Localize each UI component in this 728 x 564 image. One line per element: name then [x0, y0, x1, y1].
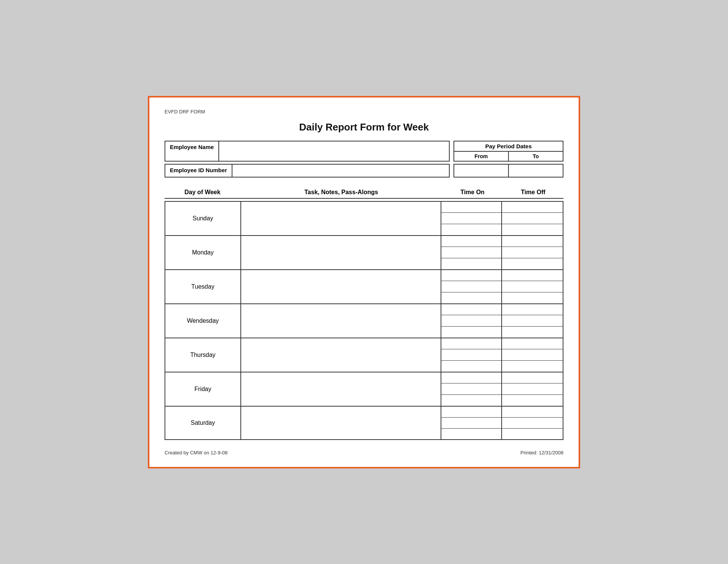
time-on-line[interactable]	[441, 213, 501, 224]
form-title: Daily Report Form for Week	[165, 121, 563, 133]
task-cell-friday[interactable]	[241, 372, 441, 406]
employee-id-label: Employee ID Number	[165, 164, 232, 178]
time-off-line[interactable]	[502, 395, 563, 406]
task-cell-tuesday[interactable]	[241, 270, 441, 303]
header-row-1: Employee Name Pay Period Dates From To	[165, 141, 563, 162]
pay-period-from-label: From	[454, 152, 509, 161]
time-on-line[interactable]	[441, 372, 501, 384]
task-cell-monday[interactable]	[241, 236, 441, 269]
time-off-line[interactable]	[502, 202, 563, 213]
time-off-line[interactable]	[502, 247, 563, 258]
time-on-line[interactable]	[441, 418, 501, 429]
day-rows-container: SundayMondayTuesdayWendesdayThursdayFrid…	[165, 201, 563, 440]
time-off-line[interactable]	[502, 418, 563, 429]
time-off-line[interactable]	[502, 372, 563, 384]
day-name-wendesday: Wendesday	[165, 304, 241, 338]
task-cell-sunday[interactable]	[241, 202, 441, 235]
page-wrapper: EVFD DRF FORM Daily Report Form for Week…	[148, 96, 580, 468]
pay-period-from-input[interactable]	[453, 164, 509, 178]
day-name-sunday: Sunday	[165, 202, 241, 235]
time-on-line[interactable]	[441, 315, 501, 327]
time-off-line[interactable]	[502, 213, 563, 224]
time-off-line[interactable]	[502, 292, 563, 303]
time-off-col-saturday	[502, 407, 563, 439]
task-cell-saturday[interactable]	[241, 407, 441, 439]
time-on-line[interactable]	[441, 270, 501, 281]
time-off-line[interactable]	[502, 327, 563, 338]
time-on-line[interactable]	[441, 247, 501, 258]
time-off-line[interactable]	[502, 236, 563, 247]
time-off-line[interactable]	[502, 338, 563, 350]
time-on-col-tuesday	[441, 270, 502, 303]
time-off-line[interactable]	[502, 383, 563, 395]
pay-period-title: Pay Period Dates	[454, 141, 563, 152]
time-on-line[interactable]	[441, 281, 501, 292]
col-header-timeoff: Time Off	[503, 189, 563, 196]
time-on-line[interactable]	[441, 304, 501, 316]
time-on-line[interactable]	[441, 349, 501, 361]
time-on-line[interactable]	[441, 429, 501, 439]
time-off-line[interactable]	[502, 429, 563, 439]
day-name-saturday: Saturday	[165, 407, 241, 439]
time-off-line[interactable]	[502, 281, 563, 292]
column-headers: Day of Week Task, Notes, Pass-Alongs Tim…	[165, 189, 563, 199]
pay-period-cols: From To	[454, 152, 563, 161]
header-row-2: Employee ID Number	[165, 164, 563, 178]
pay-period-to-label: To	[509, 152, 563, 161]
col-header-tasks: Task, Notes, Pass-Alongs	[240, 189, 442, 196]
col-header-timeon: Time On	[442, 189, 503, 196]
day-row: Tuesday	[165, 269, 563, 303]
day-name-tuesday: Tuesday	[165, 270, 241, 303]
task-cell-thursday[interactable]	[241, 338, 441, 372]
footer: Created by CMW on 12-9-08 Printed: 12/31…	[165, 450, 563, 456]
time-off-line[interactable]	[502, 224, 563, 235]
footer-left: Created by CMW on 12-9-08	[165, 450, 228, 456]
time-on-line[interactable]	[441, 361, 501, 372]
employee-id-input[interactable]	[232, 164, 450, 178]
time-off-col-thursday	[502, 338, 563, 372]
time-off-line[interactable]	[502, 361, 563, 372]
time-on-col-sunday	[441, 202, 502, 235]
pay-period-to-input[interactable]	[509, 164, 563, 178]
time-off-line[interactable]	[502, 349, 563, 361]
time-on-line[interactable]	[441, 383, 501, 395]
employee-name-input[interactable]	[219, 141, 450, 162]
col-header-day: Day of Week	[165, 189, 240, 196]
time-off-col-tuesday	[502, 270, 563, 303]
time-on-line[interactable]	[441, 338, 501, 350]
time-on-col-monday	[441, 236, 502, 269]
pay-period-inputs	[453, 164, 563, 178]
day-name-friday: Friday	[165, 372, 241, 406]
time-off-line[interactable]	[502, 315, 563, 327]
day-row: Monday	[165, 235, 563, 269]
footer-right: Printed: 12/31/2008	[521, 450, 563, 456]
employee-name-label: Employee Name	[165, 141, 219, 162]
day-row: Sunday	[165, 201, 563, 235]
time-on-line[interactable]	[441, 327, 501, 338]
time-on-line[interactable]	[441, 395, 501, 406]
time-off-col-monday	[502, 236, 563, 269]
time-on-line[interactable]	[441, 236, 501, 247]
time-on-line[interactable]	[441, 224, 501, 235]
day-row: Saturday	[165, 406, 563, 440]
time-on-line[interactable]	[441, 258, 501, 269]
time-on-line[interactable]	[441, 292, 501, 303]
time-off-line[interactable]	[502, 258, 563, 269]
task-cell-wendesday[interactable]	[241, 304, 441, 338]
day-row: Thursday	[165, 338, 563, 372]
time-on-line[interactable]	[441, 202, 501, 213]
time-off-line[interactable]	[502, 270, 563, 281]
time-off-line[interactable]	[502, 304, 563, 316]
time-on-col-saturday	[441, 407, 502, 439]
day-row: Friday	[165, 372, 563, 406]
pay-period-box: Pay Period Dates From To	[453, 141, 563, 162]
time-on-col-wendesday	[441, 304, 502, 338]
time-off-col-wendesday	[502, 304, 563, 338]
day-name-thursday: Thursday	[165, 338, 241, 372]
day-name-monday: Monday	[165, 236, 241, 269]
time-off-line[interactable]	[502, 407, 563, 418]
form-top-label: EVFD DRF FORM	[165, 109, 563, 115]
time-off-col-friday	[502, 372, 563, 406]
time-on-col-thursday	[441, 338, 502, 372]
time-on-line[interactable]	[441, 407, 501, 418]
